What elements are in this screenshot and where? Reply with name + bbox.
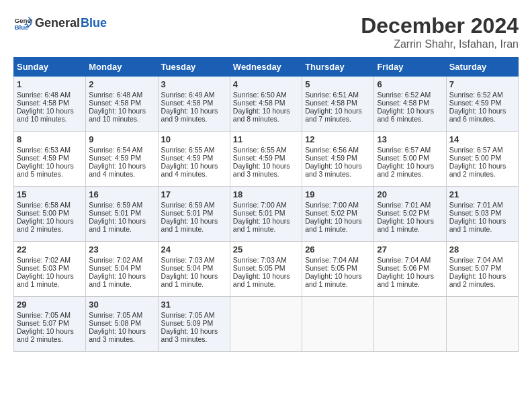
calendar-cell: 11 Sunrise: 6:55 AM Sunset: 4:59 PM Dayl…: [230, 132, 302, 187]
calendar-cell: 1 Sunrise: 6:48 AM Sunset: 4:58 PM Dayli…: [14, 77, 86, 132]
calendar-cell: 14 Sunrise: 6:57 AM Sunset: 5:00 PM Dayl…: [446, 132, 518, 187]
daylight-text: Daylight: 10 hours and 1 minute.: [305, 217, 362, 233]
sunrise-text: Sunrise: 6:52 AM: [449, 91, 503, 99]
calendar-week-row: 1 Sunrise: 6:48 AM Sunset: 4:58 PM Dayli…: [14, 77, 519, 132]
calendar-cell: 24 Sunrise: 7:03 AM Sunset: 5:04 PM Dayl…: [158, 242, 230, 297]
day-number: 19: [305, 189, 371, 199]
daylight-text: Daylight: 10 hours and 2 minutes.: [17, 327, 74, 343]
calendar-cell: 28 Sunrise: 7:04 AM Sunset: 5:07 PM Dayl…: [446, 242, 518, 297]
calendar-header-row: SundayMondayTuesdayWednesdayThursdayFrid…: [14, 58, 519, 77]
calendar-week-row: 8 Sunrise: 6:53 AM Sunset: 4:59 PM Dayli…: [14, 132, 519, 187]
sunset-text: Sunset: 4:59 PM: [161, 154, 214, 162]
day-number: 18: [233, 189, 299, 199]
day-number: 17: [161, 189, 227, 199]
weekday-header: Monday: [86, 58, 158, 77]
day-number: 31: [161, 300, 227, 310]
sunset-text: Sunset: 5:01 PM: [233, 209, 285, 217]
sunset-text: Sunset: 4:59 PM: [305, 154, 357, 162]
calendar-cell: [230, 297, 302, 352]
sunrise-text: Sunrise: 7:01 AM: [377, 201, 431, 209]
sunrise-text: Sunrise: 7:03 AM: [161, 256, 215, 264]
sunrise-text: Sunrise: 7:01 AM: [449, 201, 503, 209]
sunrise-text: Sunrise: 6:59 AM: [161, 201, 215, 209]
sunrise-text: Sunrise: 7:04 AM: [377, 256, 431, 264]
sunset-text: Sunset: 5:08 PM: [89, 319, 141, 327]
sunrise-text: Sunrise: 6:50 AM: [233, 91, 287, 99]
logo: General Blue General Blue: [13, 13, 107, 32]
day-number: 7: [449, 79, 515, 89]
calendar-cell: 4 Sunrise: 6:50 AM Sunset: 4:58 PM Dayli…: [230, 77, 302, 132]
calendar-week-row: 29 Sunrise: 7:05 AM Sunset: 5:07 PM Dayl…: [14, 297, 519, 352]
weekday-header: Saturday: [446, 58, 518, 77]
sunrise-text: Sunrise: 7:05 AM: [161, 311, 215, 319]
calendar-cell: 9 Sunrise: 6:54 AM Sunset: 4:59 PM Dayli…: [86, 132, 158, 187]
daylight-text: Daylight: 10 hours and 5 minutes.: [17, 162, 74, 178]
daylight-text: Daylight: 10 hours and 1 minute.: [233, 272, 290, 288]
calendar-cell: 3 Sunrise: 6:49 AM Sunset: 4:58 PM Dayli…: [158, 77, 230, 132]
sunrise-text: Sunrise: 6:48 AM: [89, 91, 142, 99]
daylight-text: Daylight: 10 hours and 1 minute.: [89, 217, 146, 233]
sunrise-text: Sunrise: 7:02 AM: [89, 256, 142, 264]
sunrise-text: Sunrise: 7:00 AM: [233, 201, 287, 209]
day-number: 21: [449, 189, 515, 199]
calendar-cell: 21 Sunrise: 7:01 AM Sunset: 5:03 PM Dayl…: [446, 187, 518, 242]
sunset-text: Sunset: 5:00 PM: [449, 154, 502, 162]
title-area: December 2024 Zarrin Shahr, Isfahan, Ira…: [361, 13, 519, 50]
daylight-text: Daylight: 10 hours and 2 minutes.: [377, 162, 434, 178]
calendar-week-row: 22 Sunrise: 7:02 AM Sunset: 5:03 PM Dayl…: [14, 242, 519, 297]
day-number: 13: [377, 134, 443, 144]
calendar-cell: 8 Sunrise: 6:53 AM Sunset: 4:59 PM Dayli…: [14, 132, 86, 187]
daylight-text: Daylight: 10 hours and 10 minutes.: [17, 107, 74, 123]
sunrise-text: Sunrise: 6:49 AM: [161, 91, 215, 99]
day-number: 15: [17, 189, 83, 199]
calendar-cell: 5 Sunrise: 6:51 AM Sunset: 4:58 PM Dayli…: [302, 77, 374, 132]
daylight-text: Daylight: 10 hours and 1 minute.: [377, 217, 434, 233]
day-number: 22: [17, 244, 83, 255]
calendar-cell: [446, 297, 518, 352]
sunrise-text: Sunrise: 6:52 AM: [377, 91, 431, 99]
sunset-text: Sunset: 4:59 PM: [17, 154, 69, 162]
sunset-text: Sunset: 4:59 PM: [233, 154, 285, 162]
daylight-text: Daylight: 10 hours and 2 minutes.: [449, 272, 506, 288]
day-number: 1: [17, 79, 83, 89]
calendar-cell: 29 Sunrise: 7:05 AM Sunset: 5:07 PM Dayl…: [14, 297, 86, 352]
sunset-text: Sunset: 5:09 PM: [161, 319, 214, 327]
sunset-text: Sunset: 4:58 PM: [305, 99, 357, 107]
calendar-cell: 13 Sunrise: 6:57 AM Sunset: 5:00 PM Dayl…: [374, 132, 446, 187]
calendar-cell: 2 Sunrise: 6:48 AM Sunset: 4:58 PM Dayli…: [86, 77, 158, 132]
day-number: 3: [161, 79, 227, 89]
daylight-text: Daylight: 10 hours and 4 minutes.: [161, 162, 218, 178]
sunset-text: Sunset: 5:05 PM: [233, 264, 285, 272]
calendar-cell: 12 Sunrise: 6:56 AM Sunset: 4:59 PM Dayl…: [302, 132, 374, 187]
day-number: 30: [89, 300, 154, 310]
sunrise-text: Sunrise: 7:05 AM: [17, 311, 71, 319]
calendar-cell: 23 Sunrise: 7:02 AM Sunset: 5:04 PM Dayl…: [86, 242, 158, 297]
day-number: 6: [377, 79, 443, 89]
sunrise-text: Sunrise: 6:53 AM: [17, 146, 71, 154]
day-number: 29: [17, 300, 83, 310]
day-number: 5: [305, 79, 371, 89]
daylight-text: Daylight: 10 hours and 3 minutes.: [305, 162, 362, 178]
calendar-cell: 17 Sunrise: 6:59 AM Sunset: 5:01 PM Dayl…: [158, 187, 230, 242]
sunrise-text: Sunrise: 7:04 AM: [449, 256, 503, 264]
daylight-text: Daylight: 10 hours and 1 minute.: [161, 217, 218, 233]
sunrise-text: Sunrise: 6:57 AM: [449, 146, 503, 154]
day-number: 8: [17, 134, 83, 144]
sunrise-text: Sunrise: 7:00 AM: [305, 201, 359, 209]
sunset-text: Sunset: 4:58 PM: [233, 99, 285, 107]
weekday-header: Thursday: [302, 58, 374, 77]
calendar-cell: [374, 297, 446, 352]
sunset-text: Sunset: 5:02 PM: [305, 209, 357, 217]
sunrise-text: Sunrise: 6:54 AM: [89, 146, 142, 154]
logo-general: General: [35, 16, 80, 30]
sunrise-text: Sunrise: 7:02 AM: [17, 256, 71, 264]
weekday-header: Wednesday: [230, 58, 302, 77]
calendar-cell: 25 Sunrise: 7:03 AM Sunset: 5:05 PM Dayl…: [230, 242, 302, 297]
calendar-cell: 10 Sunrise: 6:55 AM Sunset: 4:59 PM Dayl…: [158, 132, 230, 187]
calendar-cell: 6 Sunrise: 6:52 AM Sunset: 4:58 PM Dayli…: [374, 77, 446, 132]
sunset-text: Sunset: 5:04 PM: [161, 264, 214, 272]
sunset-text: Sunset: 5:03 PM: [449, 209, 502, 217]
day-number: 12: [305, 134, 371, 144]
calendar-cell: 31 Sunrise: 7:05 AM Sunset: 5:09 PM Dayl…: [158, 297, 230, 352]
daylight-text: Daylight: 10 hours and 1 minute.: [17, 272, 74, 288]
